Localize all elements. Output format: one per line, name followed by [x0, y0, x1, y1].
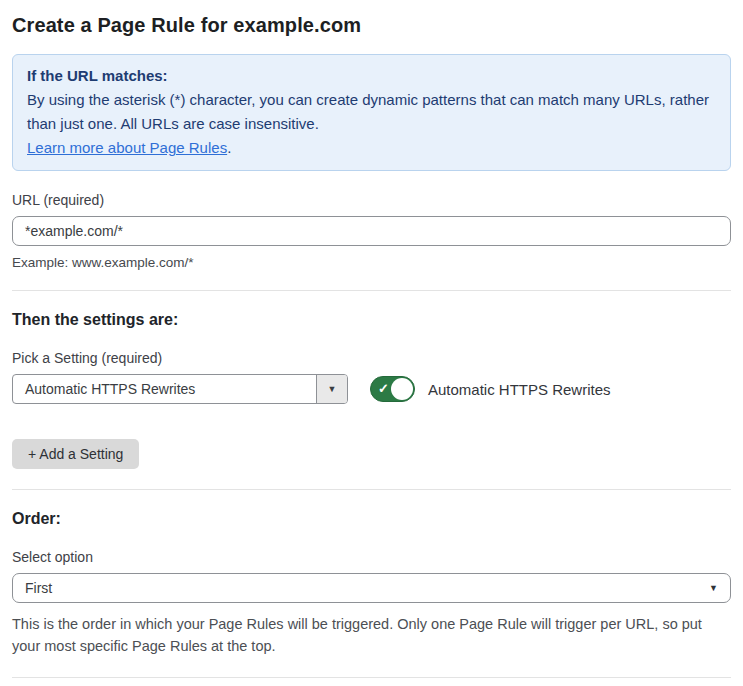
select-option-label: Select option [12, 549, 731, 565]
setting-dropdown-value: Automatic HTTPS Rewrites [13, 375, 316, 403]
link-suffix: . [227, 139, 231, 156]
check-icon: ✓ [378, 382, 389, 395]
chevron-down-icon: ▼ [328, 384, 337, 394]
info-box-heading: If the URL matches: [27, 64, 716, 88]
create-page-rule-panel: Create a Page Rule for example.com If th… [0, 0, 743, 686]
toggle-knob [391, 378, 413, 400]
setting-dropdown-button[interactable]: ▼ [316, 375, 347, 403]
chevron-down-icon: ▼ [709, 583, 718, 593]
page-title: Create a Page Rule for example.com [12, 14, 731, 37]
order-section-heading: Order: [12, 510, 731, 528]
divider [12, 677, 731, 678]
toggle-label: Automatic HTTPS Rewrites [428, 381, 611, 398]
info-box-body: By using the asterisk (*) character, you… [27, 88, 716, 160]
order-helper-text: This is the order in which your Page Rul… [12, 613, 731, 657]
pick-setting-label: Pick a Setting (required) [12, 350, 731, 366]
setting-row: Automatic HTTPS Rewrites ▼ ✓ Automatic H… [12, 374, 731, 404]
url-matches-info-box: If the URL matches: By using the asteris… [12, 54, 731, 171]
settings-section-heading: Then the settings are: [12, 311, 731, 329]
https-rewrites-toggle[interactable]: ✓ [370, 376, 415, 402]
order-select[interactable]: First ▼ [12, 573, 731, 603]
order-select-value: First [25, 580, 52, 596]
url-example-helper: Example: www.example.com/* [12, 255, 731, 270]
divider [12, 290, 731, 291]
learn-more-link[interactable]: Learn more about Page Rules [27, 139, 227, 156]
url-field-label: URL (required) [12, 192, 731, 208]
divider [12, 489, 731, 490]
add-setting-button[interactable]: + Add a Setting [12, 439, 139, 469]
setting-dropdown[interactable]: Automatic HTTPS Rewrites ▼ [12, 374, 348, 404]
url-input[interactable] [12, 216, 731, 246]
